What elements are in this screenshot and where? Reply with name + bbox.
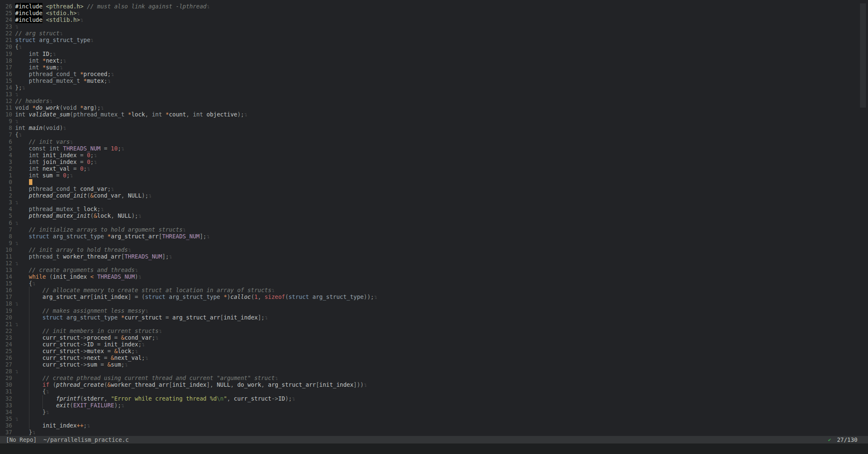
code-token — [42, 10, 46, 16]
code-token: int — [29, 152, 39, 158]
code-line: 31 {↴ — [0, 388, 868, 395]
code-line: 17 int *sum;↴ — [0, 64, 868, 71]
code-token — [80, 77, 83, 84]
eol-icon: ↴ — [15, 219, 18, 226]
line-number: 29 — [0, 375, 12, 381]
code-token: { — [15, 43, 18, 50]
eol-icon: ↴ — [275, 375, 278, 381]
code-token: #include — [15, 10, 42, 16]
code-token: sizeof — [264, 293, 285, 300]
code-text: arg_struct_arr[init_index] = (struct arg… — [15, 293, 377, 300]
line-number: 19 — [0, 307, 12, 314]
file-path: ~/parrallelism_practice.c — [43, 436, 129, 443]
code-token: [ — [158, 233, 162, 240]
eol-icon: ↴ — [138, 273, 142, 280]
eol-icon: ↴ — [128, 246, 131, 253]
code-token: ; — [131, 348, 135, 354]
code-token — [15, 165, 29, 172]
line-number: 13 — [0, 267, 12, 273]
eol-icon: ↴ — [77, 10, 80, 16]
line-number: 18 — [0, 57, 12, 64]
code-text: // makes assignment less messy↴ — [15, 307, 148, 314]
code-area[interactable]: 26#include <pthread.h> // must also link… — [0, 0, 868, 436]
eol-icon: ↴ — [63, 124, 66, 131]
code-token: NULL — [217, 381, 231, 388]
code-token: , — [121, 192, 128, 199]
code-text: curr_struct->next = &next_val;↴ — [15, 354, 148, 361]
code-token — [15, 179, 29, 185]
code-text: fprintf(stderr, "Error while creating th… — [15, 395, 295, 402]
code-line: 33 exit(EXIT_FAILURE);↴ — [0, 402, 868, 409]
eol-icon: ↴ — [145, 307, 148, 314]
code-token: & — [90, 192, 94, 199]
code-token: ; — [56, 64, 60, 71]
code-token: [ — [121, 253, 124, 260]
line-number: 17 — [0, 293, 12, 300]
line-number: 33 — [0, 402, 12, 409]
cursor-position: 27/130 — [837, 436, 857, 443]
code-token: // initialize arrays to hold argument st… — [29, 226, 183, 233]
repo-status: [No Repo] — [6, 436, 37, 443]
code-text: struct arg_struct_type *curr_struct = ar… — [15, 314, 268, 321]
scrollbar-thumb[interactable] — [860, 3, 866, 108]
code-token: mutex — [87, 348, 104, 354]
code-token: init_index — [94, 293, 128, 300]
code-token: = — [70, 165, 80, 172]
code-text: // init array to hold threads↴ — [15, 246, 131, 253]
code-token: count — [169, 111, 186, 118]
code-token: = — [100, 354, 111, 361]
code-token: ) — [60, 124, 63, 131]
eol-icon: ↴ — [206, 233, 210, 240]
eol-icon: ↴ — [264, 314, 268, 321]
code-token: * — [108, 233, 111, 240]
code-token: ]; — [200, 233, 206, 240]
code-token: { — [42, 388, 46, 395]
code-token: lock — [80, 206, 97, 212]
code-token: struct — [42, 314, 63, 321]
code-token: THREADS_NUM — [124, 253, 162, 260]
code-text: // create arguments and threads↴ — [15, 267, 138, 273]
code-token: init_index — [172, 381, 206, 388]
code-token: worker_thread_arr — [111, 381, 169, 388]
code-line: 20{↴ — [0, 43, 868, 50]
code-token: ]; — [258, 314, 264, 321]
code-line: 25#include <stdio.h>↴ — [0, 10, 868, 16]
code-text: curr_struct->sum = &sum;↴ — [15, 361, 128, 368]
code-token: exit — [56, 402, 70, 409]
line-number: 35 — [0, 415, 12, 422]
code-token: -> — [272, 395, 278, 402]
code-text: int join_index = 0;↴ — [15, 158, 97, 165]
code-line: 14};↴ — [0, 84, 868, 91]
code-line: 16 // allocate memory to create struct a… — [0, 287, 868, 293]
code-text: ↴ — [15, 219, 18, 226]
line-number: 18 — [0, 300, 12, 307]
line-number: 16 — [0, 71, 12, 77]
code-text: int *sum;↴ — [15, 64, 63, 71]
code-text: {↴ — [15, 131, 22, 138]
code-line: 26#include <pthread.h> // must also link… — [0, 3, 868, 10]
code-token: <pthread.h> — [46, 3, 83, 10]
code-token: arg_struct_type — [66, 314, 118, 321]
code-token: 10 — [111, 145, 118, 152]
code-line: 5 pthread_mutex_init(&lock, NULL);↴ — [0, 212, 868, 219]
code-token: = — [94, 341, 104, 348]
code-line: 30 if (pthread_create(&worker_thread_arr… — [0, 381, 868, 388]
eol-icon: ↴ — [111, 185, 114, 192]
code-token: = — [100, 145, 111, 152]
eol-icon: ↴ — [100, 104, 104, 111]
code-token — [15, 71, 29, 77]
eol-icon: ↴ — [90, 37, 94, 43]
line-number: 8 — [0, 233, 12, 240]
code-token: curr_struct — [15, 334, 80, 341]
code-text: init_index++;↴ — [15, 422, 90, 429]
code-token — [15, 395, 56, 402]
code-line: 6↴ — [0, 219, 868, 226]
code-token: pthread_create — [56, 381, 104, 388]
line-number: 11 — [0, 253, 12, 260]
code-line: 37 }↴ — [0, 429, 868, 436]
eol-icon: ↴ — [80, 16, 83, 23]
eol-icon: ↴ — [18, 131, 22, 138]
code-text: const int THREADS_NUM = 10;↴ — [15, 145, 124, 152]
line-number: 1 — [0, 185, 12, 192]
eol-icon: ↴ — [70, 138, 73, 145]
